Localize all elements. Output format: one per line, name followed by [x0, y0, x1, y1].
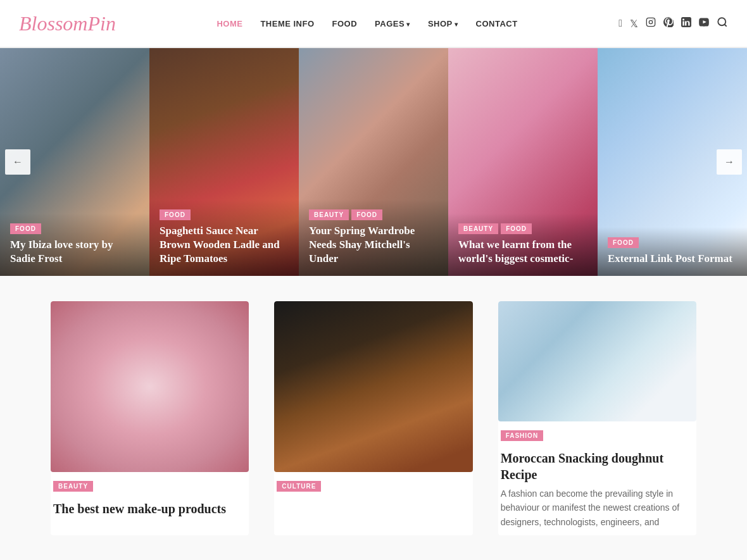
twitter-icon[interactable]: 𝕏: [630, 18, 638, 30]
slide-2-tags: FOOD: [160, 209, 289, 224]
slides-container: FOOD My Ibiza love story by Sadie Frost …: [0, 48, 747, 276]
nav-theme-info[interactable]: THEME INFO: [260, 19, 314, 28]
slide-2-tag-food[interactable]: FOOD: [160, 209, 191, 220]
card-spices-body: CULTURE: [274, 472, 472, 502]
nav-pages[interactable]: PAGES: [375, 19, 410, 28]
slide-3: BEAUTY FOOD Your Spring Wardrobe Needs S…: [299, 48, 448, 276]
slider-next-button[interactable]: →: [717, 149, 742, 175]
nav-food[interactable]: FOOD: [332, 19, 358, 28]
card-grid: BEAUTY The best new make-up products CUL…: [0, 276, 747, 560]
slide-3-tag-food[interactable]: FOOD: [351, 209, 382, 220]
card-makeup: BEAUTY The best new make-up products: [51, 301, 249, 535]
slide-2-overlay: FOOD Spaghetti Sauce Near Brown Wooden L…: [149, 199, 299, 276]
slide-1-tag-food[interactable]: FOOD: [10, 223, 41, 234]
slide-3-tags: BEAUTY FOOD: [309, 209, 438, 224]
svg-point-2: [653, 20, 653, 20]
slide-1-tags: FOOD: [10, 223, 139, 238]
card-moroccan-image: [498, 301, 696, 421]
slide-3-overlay: BEAUTY FOOD Your Spring Wardrobe Needs S…: [299, 199, 448, 276]
slider-prev-button[interactable]: ←: [5, 149, 30, 175]
slide-1-overlay: FOOD My Ibiza love story by Sadie Frost: [0, 213, 149, 276]
slide-4-tag-beauty[interactable]: BEAUTY: [458, 223, 498, 234]
card-makeup-title: The best new make-up products: [53, 501, 246, 517]
nav-contact[interactable]: CONTACT: [476, 19, 518, 28]
slide-2-title: Spaghetti Sauce Near Brown Wooden Ladle …: [160, 224, 289, 266]
slide-5-title: External Link Post Format: [608, 252, 737, 266]
logo-text-pink: Pin: [87, 12, 115, 35]
card-moroccan-body: FASHION Moroccan Snacking doughnut Recip…: [498, 421, 696, 535]
slide-1-title: My Ibiza love story by Sadie Frost: [10, 238, 139, 266]
pinterest-icon[interactable]: [663, 17, 674, 30]
svg-point-3: [718, 18, 725, 25]
linkedin-icon[interactable]: [681, 17, 691, 30]
slide-3-title: Your Spring Wardrobe Needs Shay Mitchell…: [309, 224, 438, 266]
instagram-icon[interactable]: [646, 17, 656, 30]
facebook-icon[interactable]: : [618, 18, 622, 29]
card-spices-image: [274, 301, 472, 472]
card-spices-tag-culture[interactable]: CULTURE: [277, 481, 321, 492]
slide-5-overlay: FOOD External Link Post Format: [598, 227, 747, 276]
main-nav: HOME THEME INFO FOOD PAGES SHOP CONTACT: [217, 19, 517, 28]
social-icons:  𝕏: [618, 16, 728, 30]
card-moroccan-tag-fashion[interactable]: FASHION: [501, 430, 543, 441]
nav-shop[interactable]: SHOP: [428, 19, 458, 28]
slide-2: FOOD Spaghetti Sauce Near Brown Wooden L…: [149, 48, 299, 276]
svg-line-4: [724, 24, 726, 26]
card-makeup-image: [51, 301, 249, 472]
slide-4-tags: BEAUTY FOOD: [458, 223, 587, 238]
site-header: BlossomPin HOME THEME INFO FOOD PAGES SH…: [0, 0, 747, 47]
slide-4-tag-food[interactable]: FOOD: [501, 223, 532, 234]
card-makeup-tags: BEAUTY: [53, 481, 246, 495]
slide-5-tag-food[interactable]: FOOD: [608, 237, 639, 248]
logo-text-black: Blossom: [19, 12, 87, 35]
card-spices-tags: CULTURE: [277, 481, 470, 495]
slide-4: BEAUTY FOOD What we learnt from the worl…: [448, 48, 598, 276]
slide-5-tags: FOOD: [608, 237, 737, 252]
card-makeup-tag-beauty[interactable]: BEAUTY: [53, 481, 93, 492]
youtube-icon[interactable]: [699, 17, 709, 30]
site-logo[interactable]: BlossomPin: [19, 12, 116, 35]
hero-slider: ← FOOD My Ibiza love story by Sadie Fros…: [0, 48, 747, 276]
card-makeup-body: BEAUTY The best new make-up products: [51, 472, 249, 523]
slide-4-title: What we learnt from the world's biggest …: [458, 238, 587, 266]
nav-home[interactable]: HOME: [217, 19, 242, 28]
slide-4-overlay: BEAUTY FOOD What we learnt from the worl…: [448, 213, 598, 276]
search-icon[interactable]: [717, 16, 728, 30]
card-moroccan: FASHION Moroccan Snacking doughnut Recip…: [498, 301, 696, 535]
card-moroccan-title: Moroccan Snacking doughnut Recipe: [501, 450, 694, 483]
svg-point-1: [649, 20, 652, 23]
svg-rect-0: [646, 18, 655, 26]
card-moroccan-tags: FASHION: [501, 430, 694, 445]
card-spices: CULTURE: [274, 301, 472, 535]
slide-3-tag-beauty[interactable]: BEAUTY: [309, 209, 349, 220]
card-moroccan-text: A fashion can become the prevailing styl…: [501, 487, 694, 529]
